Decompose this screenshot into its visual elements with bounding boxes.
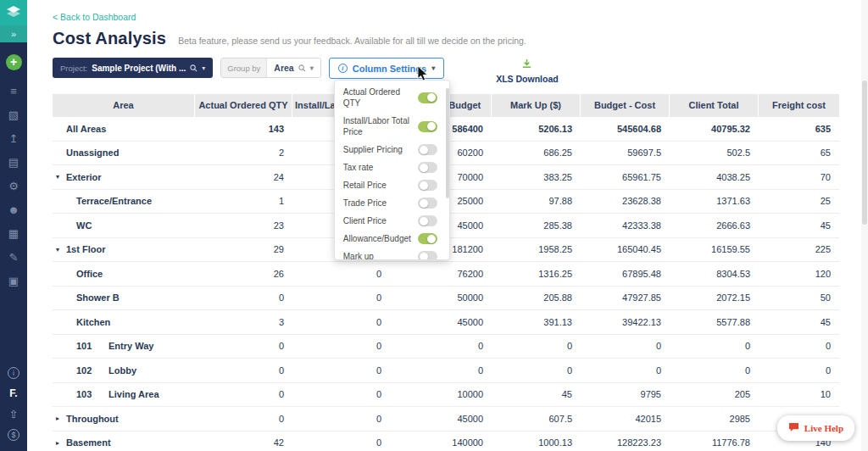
page-scrollbar-thumb[interactable] — [862, 81, 867, 225]
column-toggle-item[interactable]: Actual Ordered QTY — [335, 83, 449, 112]
beta-subtitle: Beta feature, please send us your feedba… — [178, 36, 526, 46]
allowance-budget-cell: 45000 — [390, 407, 492, 431]
install-labor-cell: 0 — [292, 359, 390, 382]
products-icon[interactable]: ▣ — [0, 269, 27, 292]
paint-roller-icon[interactable]: ▧ — [0, 103, 27, 126]
media-icon[interactable]: ▦ — [0, 221, 27, 245]
column-toggle-item[interactable]: Tax rate — [335, 159, 449, 176]
settings-gear-icon[interactable]: ⚙ — [0, 174, 27, 198]
install-labor-cell: 0 — [292, 432, 390, 451]
toggle-switch[interactable] — [418, 121, 437, 132]
edit-icon[interactable]: ✎ — [0, 245, 27, 269]
chevron-down-icon: ▾ — [202, 64, 205, 72]
install-labor-cell: 0 — [292, 262, 390, 286]
info-icon[interactable]: i — [8, 367, 19, 379]
freight-cost-cell: 65 — [759, 142, 839, 165]
share-icon[interactable]: ⇧ — [9, 408, 19, 420]
xls-download-button[interactable]: XLS Download — [496, 58, 559, 84]
icon-glyph: ⚙ — [8, 180, 19, 192]
fohlio-logo[interactable]: F. — [9, 387, 17, 399]
billing-dollar-icon[interactable]: $ — [8, 429, 19, 441]
toggle-switch[interactable] — [418, 92, 437, 103]
mark-up-cell: 0 — [492, 335, 581, 359]
expand-collapse-arrow-icon[interactable]: ▸ — [56, 415, 65, 422]
search-icon — [190, 64, 198, 72]
icon-glyph: ▦ — [8, 227, 19, 240]
column-toggle-label: Supplier Pricing — [343, 144, 403, 155]
mark-up-cell: 5206.13 — [492, 117, 581, 141]
column-header: Budget - Cost — [581, 94, 670, 117]
icon-glyph: ↥ — [9, 132, 19, 145]
client-total-cell: 0 — [670, 359, 759, 382]
area-name: Shower B — [76, 292, 120, 303]
toggle-switch[interactable] — [418, 233, 437, 244]
toggle-switch[interactable] — [418, 162, 437, 173]
documents-icon[interactable]: ▤ — [0, 150, 27, 174]
group-by-current: Area — [274, 63, 293, 73]
live-help-button[interactable]: Live Help — [777, 415, 854, 441]
room-number: 101 — [76, 341, 108, 351]
area-cell: Kitchen — [53, 310, 195, 334]
app-logo[interactable] — [0, 0, 27, 25]
column-toggle-label: Retail Price — [343, 180, 387, 191]
install-labor-cell: 0 — [292, 407, 390, 431]
project-selector[interactable]: Project: Sample Project (With ... ▾ — [53, 58, 213, 78]
column-toggle-item[interactable]: Client Price — [335, 212, 449, 230]
toggle-knob — [427, 235, 436, 243]
title-row: Cost Analysis Beta feature, please send … — [53, 29, 868, 48]
area-cell: 101 Entry Way — [53, 335, 195, 359]
area-name: Basement — [66, 437, 111, 448]
client-total-cell: 8304.53 — [670, 262, 759, 286]
column-toggle-item[interactable]: Trade Price — [335, 194, 449, 212]
toggle-knob — [427, 122, 436, 131]
expand-collapse-arrow-icon[interactable]: ▸ — [56, 439, 65, 447]
column-settings-wrap: i Column Settings ▾ Actual Ordered QTY — [329, 58, 444, 79]
allowance-budget-cell: 10000 — [390, 383, 492, 407]
column-toggle-item[interactable]: Install/Labor Total Price — [335, 112, 449, 141]
column-toggle-item[interactable]: Allowance/Budget — [335, 230, 449, 248]
client-total-cell: 4038.25 — [670, 165, 759, 189]
allowance-budget-cell: 45000 — [390, 310, 492, 334]
page-title: Cost Analysis — [53, 29, 166, 48]
toolbar: Project: Sample Project (With ... ▾ Grou… — [53, 58, 868, 84]
area-name: Exterior — [66, 172, 102, 182]
column-toggle-label: Mark up — [343, 251, 374, 260]
column-toggle-item[interactable]: Supplier Pricing — [335, 141, 449, 159]
chevron-down-icon: ▾ — [431, 64, 435, 72]
install-labor-cell: 0 — [292, 287, 390, 310]
actual-ordered-qty-cell: 29 — [195, 238, 292, 262]
column-settings-button[interactable]: i Column Settings ▾ — [329, 58, 444, 79]
table-row: ▸ Basement 42 0 140000 1000.13 128223.23… — [53, 432, 839, 451]
toggle-switch[interactable] — [418, 251, 437, 260]
toggle-switch[interactable] — [418, 180, 437, 191]
mark-up-cell: 97.88 — [492, 190, 581, 214]
client-total-cell: 2072.15 — [670, 287, 759, 310]
column-header: Area — [53, 94, 195, 117]
add-button[interactable]: + — [6, 54, 22, 70]
column-toggle-item[interactable]: Retail Price — [335, 176, 449, 194]
toggle-switch[interactable] — [418, 215, 437, 226]
team-icon[interactable]: ☻ — [0, 198, 27, 221]
menu-icon[interactable]: ≡ — [0, 79, 27, 103]
expand-collapse-arrow-icon[interactable]: ▾ — [56, 246, 65, 253]
back-to-dashboard-link[interactable]: < Back to Dashboard — [53, 12, 136, 22]
client-total-cell: 5577.88 — [670, 310, 759, 334]
expand-collapse-arrow-icon[interactable]: ▾ — [56, 173, 65, 181]
group-by-selector[interactable]: Group by Area ▾ — [220, 58, 320, 78]
project-label: Project: — [60, 64, 87, 73]
sidebar-expand-chevrons-icon[interactable]: » — [0, 25, 27, 42]
client-total-cell: 2666.63 — [670, 214, 759, 237]
client-total-cell: 0 — [670, 335, 759, 359]
column-toggle-item[interactable]: Mark up — [335, 248, 449, 260]
export-icon[interactable]: ↥ — [0, 126, 27, 150]
actual-ordered-qty-cell: 23 — [195, 214, 292, 237]
table-row: ▸ Throughout 0 0 45000 607.5 42015 2985 … — [53, 407, 839, 432]
mark-up-cell: 383.25 — [492, 165, 581, 189]
table-row: 102 Lobby 0 0 0 0 0 0 0 — [53, 359, 839, 383]
budget-cost-cell: 65961.75 — [581, 165, 670, 189]
toggle-switch[interactable] — [418, 198, 437, 209]
allowance-budget-cell: 0 — [390, 335, 492, 359]
toggle-switch[interactable] — [418, 144, 437, 155]
app-screen: » + ≡ ▧ ↥ ▤ ⚙ — [0, 0, 868, 451]
freight-cost-cell: 50 — [759, 287, 839, 310]
